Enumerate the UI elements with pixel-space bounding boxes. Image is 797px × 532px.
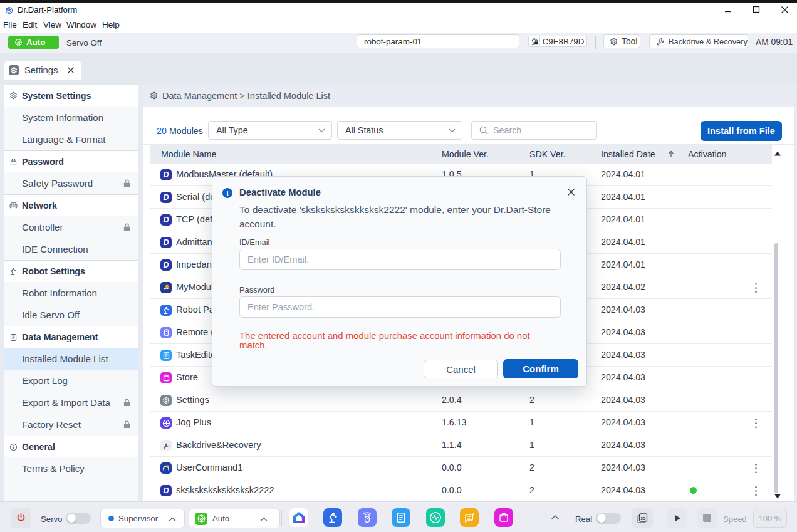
- svg-text:3D: 3D: [640, 516, 646, 520]
